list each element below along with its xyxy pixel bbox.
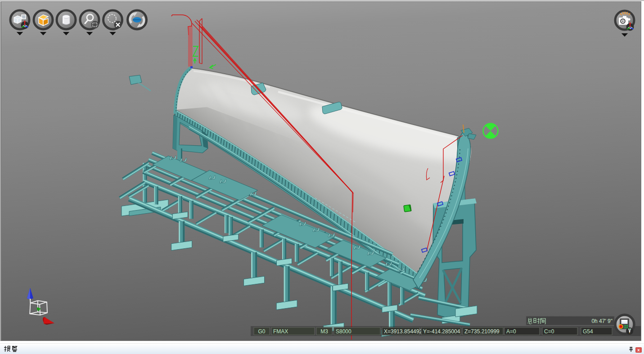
svg-text:x: x — [637, 347, 640, 352]
svg-text:G54: G54 — [583, 328, 593, 334]
svg-text:A=0: A=0 — [506, 328, 516, 334]
svg-text:Z=735.210999: Z=735.210999 — [464, 328, 500, 334]
svg-text:G0: G0 — [258, 328, 265, 334]
svg-text:Y=-414.285004: Y=-414.285004 — [423, 328, 460, 334]
svg-text:M3: M3 — [320, 328, 328, 334]
svg-text:X=3913.854492: X=3913.854492 — [384, 328, 422, 334]
svg-text:0h 47' 9": 0h 47' 9" — [591, 318, 612, 324]
svg-text:FMAX: FMAX — [273, 328, 288, 334]
svg-text:S8000: S8000 — [336, 328, 351, 334]
svg-text:C=0: C=0 — [544, 328, 554, 334]
